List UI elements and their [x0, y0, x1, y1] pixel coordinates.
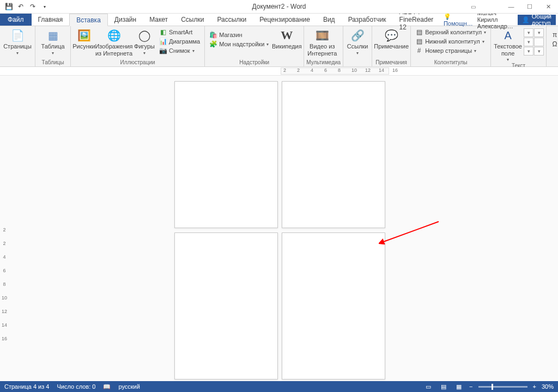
store-button[interactable]: 🛍️Магазин: [207, 30, 271, 39]
wikipedia-button[interactable]: WВикипедия: [272, 27, 301, 50]
equation-button[interactable]: πУравнение: [549, 30, 558, 39]
links-button[interactable]: 🔗Ссылки: [345, 27, 369, 56]
footer-button[interactable]: ▤Нижний колонтитул: [413, 37, 488, 46]
video-icon: 🎞️: [314, 28, 330, 42]
comment-icon: 💬: [384, 28, 399, 42]
screenshot-button[interactable]: 📷Снимок: [157, 46, 202, 55]
share-button[interactable]: 👤Общий доступ: [518, 15, 556, 25]
document-title: Документ2 - Word: [252, 3, 306, 10]
tell-me[interactable]: 💡 Помощн…: [444, 13, 473, 27]
comment-button[interactable]: 💬Примечание: [374, 27, 408, 50]
online-video-button[interactable]: 🎞️Видео из Интернета: [306, 27, 338, 57]
store-icon: 🛍️: [209, 31, 217, 39]
group-comments: 💬Примечание Примечания: [372, 26, 411, 66]
my-addins-button[interactable]: 🧩Мои надстройки: [207, 40, 271, 48]
shapes-button[interactable]: ◯Фигуры: [133, 27, 156, 56]
symbol-icon: Ω: [551, 40, 558, 48]
smartart-icon: ◧: [159, 28, 167, 36]
textbox-button[interactable]: AТекстовое поле: [493, 27, 523, 62]
addins-icon: 🧩: [209, 40, 217, 48]
ribbon: 📄Страницы ▦Таблица Таблицы 🖼️Рисунки 🌐Из…: [0, 26, 558, 67]
tab-mailings[interactable]: Рассылки: [210, 14, 253, 26]
maximize-button[interactable]: ☐: [522, 1, 537, 12]
datetime-button[interactable]: [534, 38, 544, 46]
save-icon[interactable]: 💾: [3, 1, 14, 12]
smartart-button[interactable]: ◧SmartArt: [157, 28, 202, 36]
tab-layout[interactable]: Макет: [143, 14, 174, 26]
redo-icon[interactable]: ↷: [27, 1, 38, 12]
quickparts-button[interactable]: ▾: [524, 28, 533, 37]
document-area[interactable]: 2 2 4 6 8 10 12 14 16: [0, 76, 558, 381]
textbox-icon: A: [500, 28, 515, 42]
status-page[interactable]: Страница 4 из 4: [4, 383, 49, 390]
online-pictures-button[interactable]: 🌐Изображения из Интернета: [96, 27, 132, 57]
wordart-button[interactable]: ▾: [524, 38, 533, 46]
chart-button[interactable]: 📊Диаграмма: [157, 37, 202, 46]
page-2[interactable]: [282, 81, 385, 228]
page-number-button[interactable]: #Номер страницы: [413, 46, 488, 55]
group-addins: 🛍️Магазин 🧩Мои надстройки WВикипедия Над…: [205, 26, 304, 66]
signature-button[interactable]: ▾: [534, 28, 544, 37]
object-button[interactable]: ▾: [534, 47, 544, 56]
tab-references[interactable]: Ссылки: [174, 14, 210, 26]
close-button[interactable]: ✕: [541, 1, 556, 12]
status-word-count[interactable]: Число слов: 0: [57, 383, 95, 390]
tab-view[interactable]: Вид: [317, 14, 342, 26]
minimize-button[interactable]: —: [504, 1, 519, 12]
view-read-mode[interactable]: ▭: [423, 382, 433, 391]
picture-icon: 🖼️: [76, 28, 92, 42]
symbol-button[interactable]: ΩСимвол: [549, 40, 558, 48]
tab-design[interactable]: Дизайн: [108, 14, 143, 26]
tab-review[interactable]: Рецензирование: [253, 14, 317, 26]
page-4[interactable]: [282, 232, 385, 379]
vertical-ruler[interactable]: 2 2 4 6 8 10 12 14 16: [0, 227, 9, 341]
tab-insert[interactable]: Вставка: [69, 14, 108, 26]
window-controls: ▭ — ☐ ✕: [468, 1, 556, 12]
tab-home[interactable]: Главная: [32, 14, 70, 26]
group-media-label: Мультимедиа: [306, 59, 341, 66]
group-pages: 📄Страницы: [0, 26, 35, 66]
tab-abbyy[interactable]: ABBYY FineReader 12: [393, 14, 444, 26]
horizontal-ruler[interactable]: 2 2 4 6 8 10 12 14 16: [0, 67, 558, 76]
group-symbols: πУравнение ΩСимвол Символы: [547, 26, 558, 66]
zoom-slider[interactable]: [478, 386, 527, 388]
chart-icon: 📊: [159, 38, 167, 45]
group-text: AТекстовое поле ▾▾ ▾ ▾▾ Текст: [491, 26, 547, 66]
tab-file[interactable]: Файл: [0, 14, 32, 26]
zoom-out-button[interactable]: −: [469, 383, 472, 390]
dropcap-button[interactable]: ▾: [524, 47, 533, 56]
zoom-level[interactable]: 30%: [542, 383, 554, 390]
group-tables: ▦Таблица Таблицы: [35, 26, 71, 66]
footer-icon: ▤: [415, 38, 423, 45]
person-icon: 👤: [522, 16, 530, 23]
group-hdrftr-label: Колонтитулы: [413, 59, 488, 66]
status-language[interactable]: русский: [118, 383, 140, 390]
group-header-footer: ▤Верхний колонтитул ▤Нижний колонтитул #…: [411, 26, 491, 66]
page-3[interactable]: [174, 232, 278, 379]
table-button[interactable]: ▦Таблица: [38, 27, 68, 56]
tab-developer[interactable]: Разработчик: [342, 14, 393, 26]
view-web-layout[interactable]: ▦: [454, 382, 464, 391]
zoom-in-button[interactable]: +: [533, 383, 536, 390]
header-button[interactable]: ▤Верхний колонтитул: [413, 28, 488, 36]
title-bar: 💾 ↶ ↷ ▾ Документ2 - Word ▭ — ☐ ✕: [0, 0, 558, 14]
group-illustrations-label: Иллюстрации: [73, 59, 202, 66]
undo-icon[interactable]: ↶: [15, 1, 26, 12]
equation-icon: π: [551, 31, 558, 39]
svg-line-0: [382, 222, 439, 242]
screenshot-icon: 📷: [159, 47, 167, 54]
group-links: 🔗Ссылки: [343, 26, 372, 66]
qat-customize-icon[interactable]: ▾: [39, 1, 50, 12]
link-icon: 🔗: [350, 28, 365, 42]
ribbon-display-options-icon[interactable]: ▭: [468, 1, 478, 12]
page-icon: 📄: [10, 28, 25, 42]
view-print-layout[interactable]: ▤: [439, 382, 448, 391]
online-picture-icon: 🌐: [106, 28, 122, 42]
shapes-icon: ◯: [137, 28, 152, 42]
pictures-button[interactable]: 🖼️Рисунки: [73, 27, 95, 50]
header-icon: ▤: [415, 28, 423, 36]
ribbon-tabs: Файл Главная Вставка Дизайн Макет Ссылки…: [0, 14, 558, 26]
pages-button[interactable]: 📄Страницы: [2, 27, 33, 56]
page-1[interactable]: [174, 81, 278, 228]
status-proofing-icon[interactable]: 📖: [103, 383, 111, 390]
